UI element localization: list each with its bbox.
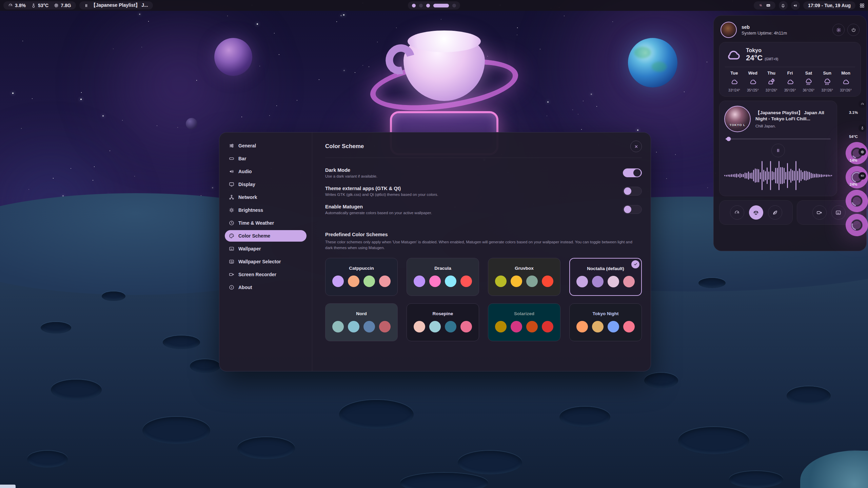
scheme-swatches xyxy=(414,276,472,287)
enable-matugen-toggle[interactable] xyxy=(623,205,642,214)
color-swatch xyxy=(363,276,375,287)
visualizer-bar xyxy=(802,172,803,179)
album-art[interactable]: TOKYO L xyxy=(724,106,751,132)
power-profile-performance[interactable] xyxy=(730,205,744,220)
tray-app-icon[interactable] xyxy=(758,3,763,8)
color-swatch xyxy=(460,276,472,287)
sidebar-item-wallpaper-selector[interactable]: Wallpaper Selector xyxy=(225,256,307,267)
visualizer-bar xyxy=(756,169,757,182)
sidebar-item-wallpaper[interactable]: Wallpaper xyxy=(225,243,307,255)
visualizer-bar xyxy=(780,167,781,184)
avatar[interactable] xyxy=(721,22,737,38)
quick-action-wallpaper[interactable] xyxy=(831,205,846,220)
weather-timezone: (GMT+9) xyxy=(765,57,778,61)
star xyxy=(591,94,592,95)
seek-bar[interactable] xyxy=(726,138,831,140)
visualizer-bar xyxy=(826,175,827,177)
thermometer-icon xyxy=(859,124,866,132)
workspace-dot-1[interactable] xyxy=(412,4,416,7)
sidebar-item-label: General xyxy=(238,143,256,148)
workspace-dot-4[interactable] xyxy=(433,4,449,7)
volume-icon xyxy=(229,169,234,174)
power-profile-balanced[interactable] xyxy=(749,205,763,220)
star xyxy=(259,66,260,66)
workspace-indicator[interactable] xyxy=(408,1,460,9)
system-stats-pill[interactable]: 3.8% 53°C 7.8G xyxy=(3,1,76,9)
visualizer-bar xyxy=(806,171,807,181)
thermometer-icon xyxy=(31,3,36,8)
system-uptime: System Uptime: 4h11m xyxy=(742,30,787,36)
color-scheme-card-noctalia-default-[interactable]: Noctalia (default) xyxy=(569,258,642,296)
star xyxy=(80,99,82,100)
wallpaper-tray-icon[interactable] xyxy=(766,3,771,8)
workspace-dot-3[interactable] xyxy=(426,4,430,7)
star xyxy=(666,178,667,179)
visualizer-bar xyxy=(738,174,739,177)
workspace-dot-5[interactable] xyxy=(452,4,456,7)
dark-mode-toggle[interactable] xyxy=(623,168,642,177)
star xyxy=(196,80,197,81)
palette-icon xyxy=(229,233,234,239)
sidebar-item-brightness[interactable]: Brightness xyxy=(225,204,307,216)
star xyxy=(297,100,297,101)
visualizer-bar xyxy=(824,175,825,177)
theme-external-apps-toggle[interactable] xyxy=(623,187,642,196)
visualizer-bar xyxy=(728,175,729,177)
visualizer-bar xyxy=(790,169,791,183)
color-scheme-card-solarized[interactable]: Solarized xyxy=(488,303,560,341)
star xyxy=(547,101,549,103)
visualizer-bar xyxy=(828,175,829,177)
color-schemes-grid: CatppuccinDraculaGruvboxNoctalia (defaul… xyxy=(325,258,642,341)
system-gauges: 3.1%54°C14%24% xyxy=(841,101,866,196)
track-artist: Chill Japan. xyxy=(755,124,832,128)
workspace-dot-2[interactable] xyxy=(419,4,423,7)
volume-button[interactable] xyxy=(791,1,800,10)
close-button[interactable] xyxy=(630,141,642,152)
sidebar-item-color-scheme[interactable]: Color Scheme xyxy=(225,230,307,242)
forecast-temps: 36°/26° xyxy=(803,88,815,92)
star xyxy=(581,129,582,130)
power-profile-power-saver[interactable] xyxy=(768,205,782,220)
color-scheme-card-gruvbox[interactable]: Gruvbox xyxy=(488,258,560,296)
color-scheme-card-rosepine[interactable]: Rosepine xyxy=(407,303,479,341)
sidebar-item-audio[interactable]: Audio xyxy=(225,166,307,177)
scheme-name: Tokyo Night xyxy=(593,311,619,316)
power-button[interactable] xyxy=(847,24,860,36)
color-scheme-card-nord[interactable]: Nord xyxy=(325,303,398,341)
forecast-temps: 33°/26° xyxy=(840,88,852,92)
sidebar-item-network[interactable]: Network xyxy=(225,191,307,203)
window-corner-peek xyxy=(0,485,16,488)
sidebar-item-bar[interactable]: Bar xyxy=(225,153,307,164)
crater xyxy=(559,407,610,427)
weather-city: Tokyo xyxy=(746,47,778,54)
system-tray[interactable] xyxy=(754,1,775,9)
visualizer-bar xyxy=(789,171,790,180)
crater xyxy=(339,400,414,429)
color-scheme-card-dracula[interactable]: Dracula xyxy=(407,258,479,296)
sidebar-item-display[interactable]: Display xyxy=(225,179,307,190)
star xyxy=(343,14,344,16)
star xyxy=(355,72,355,73)
sidebar-item-screen-recorder[interactable]: Screen Recorder xyxy=(225,269,307,280)
clock[interactable]: 17:09 - Tue, 19 Aug xyxy=(803,1,855,9)
color-scheme-card-tokyo-night[interactable]: Tokyo Night xyxy=(569,303,642,341)
color-swatch xyxy=(495,276,507,287)
color-scheme-card-catppuccin[interactable]: Catppuccin xyxy=(325,258,398,296)
sidebar-item-about[interactable]: About xyxy=(225,282,307,293)
pause-icon xyxy=(84,3,88,8)
seek-knob[interactable] xyxy=(727,137,731,141)
crater xyxy=(41,322,71,333)
media-pill[interactable]: 【Japanese Playlist】 J... xyxy=(79,1,153,9)
launcher-icon[interactable] xyxy=(860,3,865,8)
sidebar-item-time-weather[interactable]: Time & Weather xyxy=(225,217,307,229)
sidebar-item-general[interactable]: General xyxy=(225,140,307,151)
quick-action-screen-recorder[interactable] xyxy=(812,205,827,220)
settings-button[interactable] xyxy=(832,24,845,36)
saturn-cup-artwork xyxy=(366,20,522,142)
pause-button[interactable] xyxy=(771,144,785,157)
star xyxy=(94,166,95,167)
notifications-button[interactable] xyxy=(779,1,788,10)
visualizer-bar xyxy=(819,174,820,177)
star xyxy=(540,49,540,49)
color-swatch xyxy=(363,321,375,332)
